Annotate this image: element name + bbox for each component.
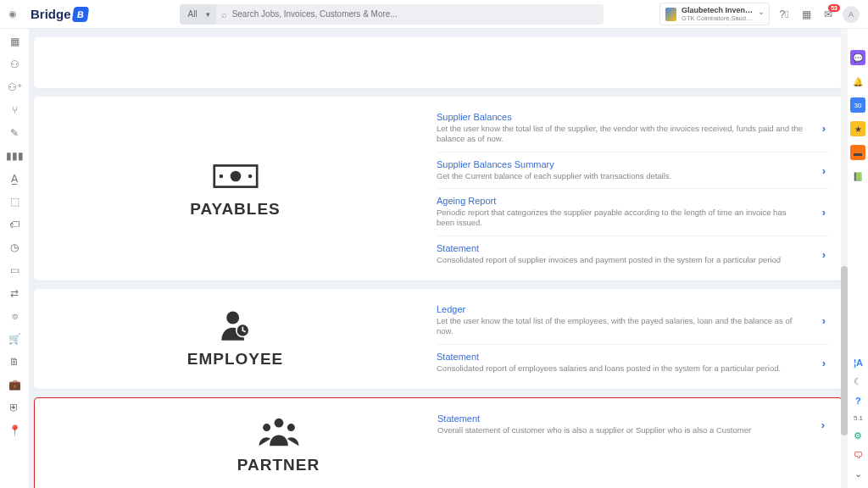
help-icon[interactable]: ?⃝	[776, 8, 792, 20]
chevron-right-icon: ›	[822, 122, 826, 135]
apps-icon[interactable]: ▦	[798, 8, 814, 20]
company-name: Glaubetech Inventions...	[682, 6, 754, 14]
report-desc: Let the user know the total list of the …	[437, 316, 804, 337]
report-title: Supplier Balances	[437, 112, 804, 122]
svg-point-1	[230, 170, 241, 181]
svg-point-6	[274, 419, 283, 428]
section-header: PARTNER	[120, 398, 437, 488]
rail-star-icon[interactable]: ★	[850, 121, 865, 136]
report-title: Statement	[437, 243, 804, 253]
left-nav: ▦ ⚇ ⚇⁺ ⑂ ✎ ▮▮▮ A̲ ⬚ 🏷 ◷ ▭ ⇄ ⌾ 🛒 🗎 💼 ⛨ 📍	[0, 29, 29, 488]
company-sub: GTK Coimbatore,Saudi Ara...	[682, 14, 754, 22]
report-desc: Let the user know the total list of the …	[437, 124, 804, 145]
report-item[interactable]: StatementConsolidated report of supplier…	[437, 236, 829, 272]
svg-point-4	[226, 312, 239, 324]
report-desc: Overall statement of customer who is als…	[437, 425, 803, 435]
chevron-right-icon: ›	[822, 247, 826, 260]
report-title: Ageing Report	[437, 196, 804, 206]
report-item[interactable]: LedgerLet the user know the total list o…	[437, 297, 829, 345]
prev-card-tail	[34, 37, 843, 88]
nav-sync-icon[interactable]: ⇄	[10, 287, 19, 299]
theme-toggle-icon[interactable]: ☾	[854, 376, 862, 387]
nav-users-icon[interactable]: ⚇⁺	[8, 81, 22, 93]
svg-point-8	[287, 424, 294, 431]
feedback-icon[interactable]: 🗨	[854, 450, 863, 460]
notif-badge: 53	[828, 4, 840, 12]
section-items: Supplier BalancesLet the user know the t…	[437, 97, 843, 280]
lang-toggle[interactable]: ¦A	[854, 358, 863, 368]
nav-stats-icon[interactable]: ▮▮▮	[6, 150, 24, 162]
scrollbar-thumb[interactable]	[841, 266, 848, 435]
nav-branch-icon[interactable]: ⑂	[12, 104, 18, 116]
nav-tag-icon[interactable]: 🏷	[9, 219, 19, 230]
chevron-right-icon: ›	[822, 206, 826, 219]
chevron-right-icon: ›	[822, 356, 826, 369]
svg-point-3	[248, 174, 252, 178]
svg-point-7	[263, 424, 270, 431]
main-content: PAYABLESSupplier BalancesLet the user kn…	[29, 29, 848, 488]
report-title: Supplier Balances Summary	[437, 159, 804, 169]
section-partner: PARTNERStatementOverall statement of cus…	[34, 397, 843, 488]
search-filter-dropdown[interactable]: All	[180, 4, 216, 25]
section-title: PARTNER	[237, 456, 320, 474]
section-title: PAYABLES	[190, 200, 281, 219]
brand-logo[interactable]: BridgeB	[31, 7, 88, 22]
report-desc: Periodic report that categorizes the sup…	[437, 208, 804, 229]
nav-user-icon[interactable]: ⚇	[10, 58, 19, 70]
nav-pin-icon[interactable]: 📍	[8, 424, 21, 436]
rail-note-icon[interactable]: ▬	[850, 145, 865, 160]
nav-briefcase-icon[interactable]: 💼	[8, 379, 21, 391]
rail-chat-icon[interactable]: 💬	[850, 50, 865, 65]
section-header: EMPLOYEE	[34, 289, 437, 389]
report-item[interactable]: Ageing ReportPeriodic report that catego…	[437, 189, 829, 236]
nav-package-icon[interactable]: ⬚	[10, 196, 19, 208]
rail-book-icon[interactable]: 📗	[850, 169, 865, 184]
chevron-down-icon[interactable]: ⌄	[854, 469, 862, 480]
nav-cart-icon[interactable]: 🛒	[8, 333, 21, 345]
avatar[interactable]: A	[843, 6, 860, 23]
nav-clock-icon[interactable]: ◷	[10, 241, 19, 253]
section-header: PAYABLES	[34, 97, 437, 280]
section-employee: EMPLOYEELedgerLet the user know the tota…	[34, 289, 843, 389]
report-desc: Get the Current balance of each supplier…	[437, 171, 804, 181]
section-title: EMPLOYEE	[187, 350, 284, 369]
nav-shield-icon[interactable]: ⛨	[9, 402, 19, 413]
chevron-right-icon: ›	[821, 419, 825, 431]
report-desc: Consolidated report of supplier invoices…	[437, 255, 804, 265]
nav-molecule-icon[interactable]: ⌾	[12, 310, 18, 322]
report-title: Ledger	[437, 304, 804, 314]
help-toggle-icon[interactable]: ?	[855, 396, 861, 406]
chevron-right-icon: ›	[822, 164, 826, 176]
section-items: LedgerLet the user know the total list o…	[437, 289, 843, 389]
report-title: Statement	[437, 352, 804, 362]
settings-icon[interactable]: ⚙	[854, 430, 862, 441]
report-item[interactable]: Supplier Balances SummaryGet the Current…	[437, 152, 829, 189]
rail-bell-icon[interactable]: 🔔	[850, 74, 865, 89]
nav-font-icon[interactable]: A̲	[11, 173, 18, 185]
report-item[interactable]: StatementOverall statement of customer w…	[437, 407, 828, 442]
report-desc: Consolidated report of employees salarie…	[437, 363, 804, 374]
version-label: 5.1	[854, 414, 863, 422]
search-bar: All ⌕	[180, 4, 604, 25]
report-title: Statement	[437, 413, 803, 424]
report-item[interactable]: Supplier BalancesLet the user know the t…	[437, 105, 829, 152]
company-switcher[interactable]: Glaubetech Inventions... GTK Coimbatore,…	[659, 3, 770, 25]
mail-icon[interactable]: ✉53	[821, 8, 836, 20]
nav-dashboard-icon[interactable]: ▦	[10, 36, 19, 47]
brand-text: Bridge	[31, 7, 71, 21]
nav-doc-icon[interactable]: 🗎	[9, 356, 19, 368]
report-item[interactable]: StatementConsolidated report of employee…	[437, 345, 829, 380]
rail-calendar-icon[interactable]: 30	[850, 97, 865, 113]
nav-edit-icon[interactable]: ✎	[10, 127, 19, 139]
svg-point-2	[219, 174, 223, 178]
scrollbar-track[interactable]	[841, 29, 848, 488]
section-items: StatementOverall statement of customer w…	[437, 398, 842, 488]
company-logo-icon	[665, 8, 676, 21]
section-payables: PAYABLESSupplier BalancesLet the user kn…	[34, 97, 843, 280]
visibility-icon[interactable]: ◉	[8, 8, 24, 19]
nav-card-icon[interactable]: ▭	[10, 264, 19, 276]
search-input[interactable]	[232, 9, 604, 19]
chevron-right-icon: ›	[822, 314, 826, 327]
search-icon: ⌕	[221, 9, 227, 19]
brand-mark: B	[71, 7, 89, 22]
